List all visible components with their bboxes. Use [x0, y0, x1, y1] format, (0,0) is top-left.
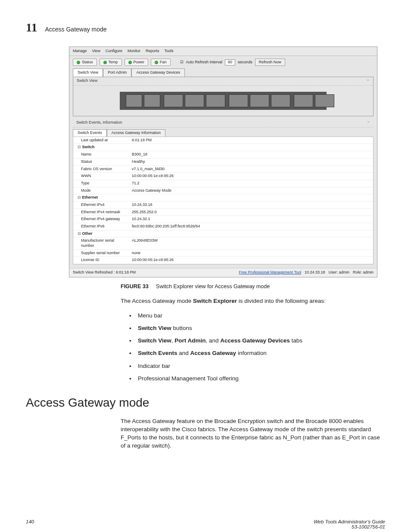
intro-paragraph: The Access Gateway mode Switch Explorer … [121, 297, 385, 305]
chapter-title: Access Gateway mode [45, 26, 106, 33]
info-tabs: Switch Events Access Gateway Information [69, 128, 377, 137]
power-led-icon [128, 61, 132, 64]
status-left: Switch View Refreshed : 6:01:18 PM [73, 270, 136, 275]
menu-bar: Manage View Configure Monitor Reports To… [69, 47, 377, 56]
device-graphic [73, 86, 373, 116]
fan-led-icon [155, 61, 158, 64]
menu-tools[interactable]: Tools [164, 49, 173, 54]
page-header: 11 Access Gateway mode [26, 21, 385, 34]
collapse-icon[interactable]: ⌃ [366, 78, 370, 84]
row-key: Status [73, 159, 129, 165]
switch-view-title: Switch View [77, 78, 97, 84]
screenshot-switch-explorer: Manage View Configure Monitor Reports To… [69, 47, 377, 277]
row-value: 10:00:00:05:1e:c8:95:26 [129, 257, 373, 264]
chapter-number: 11 [26, 21, 37, 34]
tab-port-admin[interactable]: Port Admin [103, 68, 131, 77]
temp-indicator[interactable]: Temp [100, 59, 122, 66]
row-key: Mode [73, 187, 129, 194]
port-group-icon [126, 94, 142, 107]
section-heading: Access Gateway mode [26, 396, 385, 410]
port-group-icon [185, 94, 204, 107]
port-group-icon [271, 94, 290, 107]
menu-manage[interactable]: Manage [73, 49, 87, 54]
fan-indicator[interactable]: Fan [151, 59, 171, 66]
row-key: Type [73, 180, 129, 187]
list-item: Indicator bar [129, 362, 385, 370]
menu-monitor[interactable]: Monitor [128, 49, 140, 54]
port-group-icon [229, 94, 248, 107]
row-section: Ethernet [73, 194, 129, 201]
port-group-icon [250, 94, 269, 107]
row-value: fec0:60:69bc:200:205:1eff:fec8:9526/64 [129, 223, 373, 230]
row-key: Last updated at [73, 137, 129, 144]
status-user: User: admin [328, 270, 349, 275]
status-indicator[interactable]: Status [73, 59, 97, 66]
row-key: Ethernet IPv4 netmask [73, 209, 129, 216]
list-item: Switch View, Port Admin, and Access Gate… [129, 336, 385, 345]
row-key: Manufacturer serial number [73, 237, 129, 249]
row-value: ALJ0648E03W [129, 237, 373, 249]
row-value: B300_18 [129, 151, 373, 158]
row-key: WWN [73, 173, 129, 180]
row-key: Ethernet IPv4 gateway [73, 216, 129, 223]
tab-switch-view[interactable]: Switch View [73, 68, 103, 77]
status-led-icon [77, 61, 80, 64]
row-value: 10.24.32.1 [129, 216, 373, 223]
row-key: Ethernet IPv6 [73, 223, 129, 230]
section-body: The Access Gateway feature on the Brocad… [121, 417, 385, 450]
power-indicator[interactable]: Power [125, 59, 149, 66]
tab-access-gateway-info[interactable]: Access Gateway Information [107, 129, 166, 137]
row-key: License ID [73, 257, 129, 264]
page-footer: 140 Web Tools Administrator's Guide 53-1… [26, 519, 385, 529]
page-number: 140 [26, 519, 34, 529]
port-group-icon [294, 94, 313, 107]
row-value: 255.255.252.0 [129, 209, 373, 216]
row-value: 10:00:00:05:1e:c8:95:26 [129, 173, 373, 180]
collapse-icon[interactable]: ⌃ [367, 120, 370, 126]
refresh-now-button[interactable]: Refresh Now [255, 59, 285, 66]
events-panel-title: Switch Events, Information [76, 120, 122, 126]
bullet-list: Menu bar Switch View buttons Switch View… [129, 311, 385, 383]
row-value: 10.24.33.18 [129, 202, 373, 208]
port-group-icon [164, 94, 183, 107]
auto-refresh-unit: seconds [238, 60, 252, 65]
auto-refresh-checkbox[interactable]: ☑ [180, 60, 184, 65]
menu-configure[interactable]: Configure [106, 49, 122, 54]
figure-label: FIGURE 33 [121, 283, 149, 289]
indicator-row: Status Temp Power Fan ☑ Auto Refresh Int… [69, 56, 377, 69]
figure-caption: FIGURE 33 Switch Explorer view for Acces… [121, 283, 385, 289]
port-group-icon [206, 94, 225, 107]
status-link[interactable]: Free Professional Management Tool [239, 270, 301, 275]
row-value: v7.1.0_main_bld30 [129, 166, 373, 173]
list-item: Switch View buttons [129, 324, 385, 333]
top-tabs: Switch View Port Admin Access Gateway De… [69, 68, 377, 77]
menu-reports[interactable]: Reports [146, 49, 159, 54]
figure-caption-text: Switch Explorer view for Access Gateway … [156, 283, 270, 289]
row-value: 71.2 [129, 180, 373, 187]
row-value: 6:01:18 PM [129, 137, 373, 144]
row-value: Access Gateway Mode [129, 187, 373, 194]
port-group-icon [144, 94, 160, 107]
tab-switch-events[interactable]: Switch Events [73, 129, 107, 137]
row-key: Ethernet IPv4 [73, 202, 129, 208]
auto-refresh-value[interactable]: 60 [225, 59, 235, 65]
footer-title: Web Tools Administrator's Guide [314, 519, 385, 524]
row-value: none [129, 250, 373, 257]
switch-view-panel: Switch View⌃ [73, 77, 374, 116]
row-key: Fabric OS version [73, 166, 129, 173]
info-grid: Last updated at6:01:18 PM Switch NameB30… [73, 137, 374, 264]
row-section: Switch [73, 144, 129, 151]
list-item: Menu bar [129, 311, 385, 320]
auto-refresh-label: Auto Refresh Interval [186, 60, 223, 65]
row-section: Other [73, 230, 129, 237]
list-item: Switch Events and Access Gateway informa… [129, 349, 385, 358]
temp-led-icon [103, 61, 107, 64]
menu-view[interactable]: View [92, 49, 100, 54]
footer-doc: 53-1002756-01 [314, 524, 385, 529]
status-role: Role: admin [353, 270, 374, 275]
status-bar: Switch View Refreshed : 6:01:18 PM Free … [69, 268, 377, 277]
row-key: Supplier serial number [73, 250, 129, 257]
row-key: Name [73, 151, 129, 158]
tab-access-gateway-devices[interactable]: Access Gateway Devices [131, 68, 185, 77]
port-group-icon [315, 94, 334, 107]
